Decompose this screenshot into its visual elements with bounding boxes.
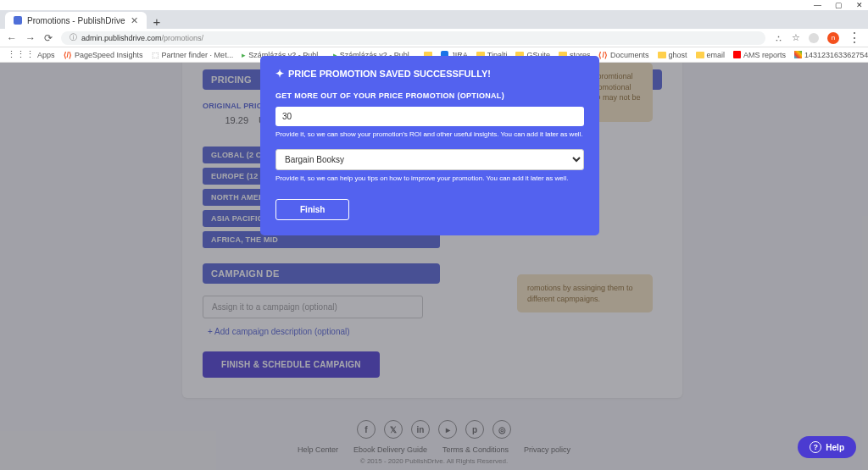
- source-help-text: Provide it, so we can help you tips on h…: [275, 174, 584, 183]
- promotion-source-select[interactable]: Bargain Booksy: [275, 149, 584, 170]
- new-tab-button[interactable]: +: [147, 14, 168, 29]
- apps-button[interactable]: ⋮⋮⋮Apps: [7, 49, 55, 60]
- bookmark-email[interactable]: email: [696, 51, 726, 59]
- favicon: [14, 16, 22, 25]
- browser-tab-active[interactable]: Promotions - PublishDrive ✕: [5, 12, 147, 29]
- url-host: admin.publishdrive.com: [81, 34, 162, 42]
- window-minimize[interactable]: —: [814, 1, 821, 9]
- bookmark-ghost[interactable]: ghost: [658, 51, 687, 59]
- translate-icon[interactable]: ⛬: [774, 33, 783, 43]
- bookmark-documents[interactable]: ⟨/⟩Documents: [598, 51, 648, 59]
- bookmark-num[interactable]: 143123163362754...: [794, 51, 868, 59]
- menu-icon[interactable]: ⋮: [848, 30, 861, 46]
- roi-help-text: Provide it, so we can show your promotio…: [275, 130, 584, 139]
- tab-close-icon[interactable]: ✕: [131, 15, 138, 26]
- url-field[interactable]: ⓘ admin.publishdrive.com/promotions/: [61, 31, 765, 45]
- window-close[interactable]: ✕: [856, 1, 863, 9]
- bookmark-ams[interactable]: AMS reports: [733, 51, 786, 59]
- back-icon[interactable]: ←: [7, 32, 17, 44]
- help-icon: ?: [810, 441, 821, 453]
- modal-subtitle: GET MORE OUT OF YOUR PRICE PROMOTION (OP…: [275, 91, 584, 100]
- star-icon: ✦: [275, 68, 284, 80]
- bookmark-pagespeed[interactable]: ⟨/⟩PageSpeed Insights: [64, 51, 143, 59]
- url-path: /promotions/: [162, 34, 204, 42]
- bookmark-partner-finder[interactable]: ⬚Partner finder · Met...: [152, 51, 234, 59]
- help-widget[interactable]: ? Help: [798, 436, 856, 458]
- modal-finish-button[interactable]: Finish: [275, 199, 349, 220]
- tab-title: Promotions - PublishDrive: [27, 16, 125, 25]
- forward-icon[interactable]: →: [25, 32, 36, 44]
- incognito-icon[interactable]: [809, 33, 819, 43]
- modal-title-text: PRICE PROMOTION SAVED SUCCESSFULLY!: [288, 69, 491, 79]
- success-modal: ✦ PRICE PROMOTION SAVED SUCCESSFULLY! GE…: [260, 56, 599, 235]
- profile-avatar[interactable]: n: [827, 32, 839, 44]
- reload-icon[interactable]: ⟳: [44, 32, 53, 44]
- address-bar: ← → ⟳ ⓘ admin.publishdrive.com/promotion…: [0, 29, 868, 47]
- browser-tabs: Promotions - PublishDrive ✕ +: [0, 10, 868, 29]
- window-maximize[interactable]: ▢: [835, 1, 843, 9]
- promotion-roi-input[interactable]: [275, 107, 584, 126]
- star-icon[interactable]: ☆: [792, 32, 800, 43]
